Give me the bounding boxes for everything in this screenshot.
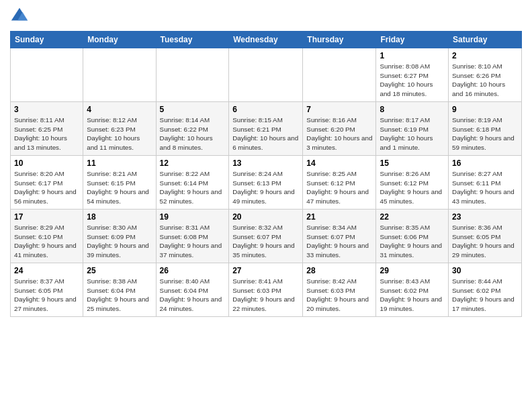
day-info: Sunrise: 8:15 AMSunset: 6:21 PMDaylight:… (232, 116, 299, 152)
day-number: 23 (452, 212, 518, 222)
calendar-cell: 23Sunrise: 8:36 AMSunset: 6:05 PMDayligh… (449, 210, 522, 263)
day-number: 4 (87, 105, 152, 114)
day-number: 18 (87, 212, 152, 222)
day-number: 2 (452, 51, 518, 60)
day-info: Sunrise: 8:11 AMSunset: 6:25 PMDaylight:… (14, 116, 79, 152)
calendar-header-monday: Monday (83, 32, 156, 48)
day-number: 14 (306, 158, 372, 168)
calendar-cell (229, 48, 303, 102)
calendar-cell: 14Sunrise: 8:25 AMSunset: 6:12 PMDayligh… (303, 156, 376, 210)
calendar-cell: 26Sunrise: 8:40 AMSunset: 6:04 PMDayligh… (156, 263, 229, 317)
day-number: 1 (380, 51, 445, 60)
calendar-week-3: 17Sunrise: 8:29 AMSunset: 6:10 PMDayligh… (11, 210, 522, 263)
day-number: 19 (160, 212, 226, 222)
calendar-cell: 12Sunrise: 8:22 AMSunset: 6:14 PMDayligh… (156, 156, 229, 210)
day-info: Sunrise: 8:21 AMSunset: 6:15 PMDaylight:… (87, 169, 152, 206)
day-number: 26 (160, 266, 226, 275)
calendar-cell: 28Sunrise: 8:42 AMSunset: 6:03 PMDayligh… (303, 263, 376, 317)
day-number: 7 (306, 105, 372, 114)
day-info: Sunrise: 8:24 AMSunset: 6:13 PMDaylight:… (232, 169, 299, 206)
calendar-header-friday: Friday (376, 32, 449, 48)
calendar-cell: 5Sunrise: 8:14 AMSunset: 6:22 PMDaylight… (156, 102, 229, 156)
day-info: Sunrise: 8:30 AMSunset: 6:09 PMDaylight:… (87, 223, 152, 260)
day-info: Sunrise: 8:41 AMSunset: 6:03 PMDaylight:… (232, 277, 299, 314)
day-info: Sunrise: 8:32 AMSunset: 6:07 PMDaylight:… (232, 223, 299, 260)
calendar-header-row: SundayMondayTuesdayWednesdayThursdayFrid… (11, 32, 522, 48)
day-number: 24 (14, 266, 79, 275)
calendar-cell (156, 48, 229, 102)
day-info: Sunrise: 8:40 AMSunset: 6:04 PMDaylight:… (160, 277, 226, 314)
calendar-cell: 18Sunrise: 8:30 AMSunset: 6:09 PMDayligh… (83, 210, 156, 263)
day-number: 13 (232, 158, 299, 168)
calendar-cell: 20Sunrise: 8:32 AMSunset: 6:07 PMDayligh… (229, 210, 303, 263)
day-info: Sunrise: 8:12 AMSunset: 6:23 PMDaylight:… (87, 116, 152, 152)
calendar-cell: 7Sunrise: 8:16 AMSunset: 6:20 PMDaylight… (303, 102, 376, 156)
day-number: 20 (232, 212, 299, 222)
calendar-cell: 19Sunrise: 8:31 AMSunset: 6:08 PMDayligh… (156, 210, 229, 263)
calendar-week-1: 3Sunrise: 8:11 AMSunset: 6:25 PMDaylight… (11, 102, 522, 156)
day-info: Sunrise: 8:36 AMSunset: 6:05 PMDaylight:… (452, 223, 518, 260)
day-number: 30 (452, 266, 518, 275)
page-header (10, 7, 522, 26)
calendar-cell: 8Sunrise: 8:17 AMSunset: 6:19 PMDaylight… (376, 102, 449, 156)
calendar-header-tuesday: Tuesday (156, 32, 229, 48)
day-info: Sunrise: 8:27 AMSunset: 6:11 PMDaylight:… (452, 169, 518, 206)
calendar-cell: 27Sunrise: 8:41 AMSunset: 6:03 PMDayligh… (229, 263, 303, 317)
calendar-header-sunday: Sunday (11, 32, 83, 48)
day-info: Sunrise: 8:43 AMSunset: 6:02 PMDaylight:… (380, 277, 445, 314)
day-info: Sunrise: 8:37 AMSunset: 6:05 PMDaylight:… (14, 277, 79, 314)
day-number: 16 (452, 158, 518, 168)
day-info: Sunrise: 8:34 AMSunset: 6:07 PMDaylight:… (306, 223, 372, 260)
day-number: 12 (160, 158, 226, 168)
calendar-cell: 11Sunrise: 8:21 AMSunset: 6:15 PMDayligh… (83, 156, 156, 210)
logo (10, 7, 32, 26)
calendar-cell: 21Sunrise: 8:34 AMSunset: 6:07 PMDayligh… (303, 210, 376, 263)
calendar-header-thursday: Thursday (303, 32, 376, 48)
day-info: Sunrise: 8:22 AMSunset: 6:14 PMDaylight:… (160, 169, 226, 206)
day-info: Sunrise: 8:20 AMSunset: 6:17 PMDaylight:… (14, 169, 79, 206)
calendar-header-wednesday: Wednesday (229, 32, 303, 48)
day-number: 10 (14, 158, 79, 168)
day-info: Sunrise: 8:16 AMSunset: 6:20 PMDaylight:… (306, 116, 372, 152)
day-number: 15 (380, 158, 445, 168)
day-info: Sunrise: 8:31 AMSunset: 6:08 PMDaylight:… (160, 223, 226, 260)
day-number: 17 (14, 212, 79, 222)
day-info: Sunrise: 8:08 AMSunset: 6:27 PMDaylight:… (380, 62, 445, 99)
calendar-cell: 29Sunrise: 8:43 AMSunset: 6:02 PMDayligh… (376, 263, 449, 317)
calendar-cell: 17Sunrise: 8:29 AMSunset: 6:10 PMDayligh… (11, 210, 83, 263)
calendar-cell (303, 48, 376, 102)
calendar-cell: 15Sunrise: 8:26 AMSunset: 6:12 PMDayligh… (376, 156, 449, 210)
calendar-cell: 24Sunrise: 8:37 AMSunset: 6:05 PMDayligh… (11, 263, 83, 317)
day-info: Sunrise: 8:42 AMSunset: 6:03 PMDaylight:… (306, 277, 372, 314)
day-number: 27 (232, 266, 299, 275)
day-info: Sunrise: 8:38 AMSunset: 6:04 PMDaylight:… (87, 277, 152, 314)
day-info: Sunrise: 8:44 AMSunset: 6:02 PMDaylight:… (452, 277, 518, 314)
day-number: 28 (306, 266, 372, 275)
day-number: 6 (232, 105, 299, 114)
logo-icon (10, 7, 29, 26)
calendar-cell (83, 48, 156, 102)
calendar-cell: 1Sunrise: 8:08 AMSunset: 6:27 PMDaylight… (376, 48, 449, 102)
calendar-week-2: 10Sunrise: 8:20 AMSunset: 6:17 PMDayligh… (11, 156, 522, 210)
calendar-cell: 4Sunrise: 8:12 AMSunset: 6:23 PMDaylight… (83, 102, 156, 156)
day-info: Sunrise: 8:14 AMSunset: 6:22 PMDaylight:… (160, 116, 226, 152)
day-info: Sunrise: 8:35 AMSunset: 6:06 PMDaylight:… (380, 223, 445, 260)
calendar-header-saturday: Saturday (449, 32, 522, 48)
calendar-cell: 13Sunrise: 8:24 AMSunset: 6:13 PMDayligh… (229, 156, 303, 210)
day-number: 9 (452, 105, 518, 114)
day-number: 5 (160, 105, 226, 114)
day-info: Sunrise: 8:29 AMSunset: 6:10 PMDaylight:… (14, 223, 79, 260)
day-number: 3 (14, 105, 79, 114)
day-info: Sunrise: 8:19 AMSunset: 6:18 PMDaylight:… (452, 116, 518, 152)
day-number: 11 (87, 158, 152, 168)
day-info: Sunrise: 8:25 AMSunset: 6:12 PMDaylight:… (306, 169, 372, 206)
day-info: Sunrise: 8:10 AMSunset: 6:26 PMDaylight:… (452, 62, 518, 99)
day-number: 25 (87, 266, 152, 275)
calendar-cell (11, 48, 83, 102)
day-info: Sunrise: 8:17 AMSunset: 6:19 PMDaylight:… (380, 116, 445, 152)
page-container: SundayMondayTuesdayWednesdayThursdayFrid… (0, 0, 532, 324)
day-number: 22 (380, 212, 445, 222)
calendar-cell: 6Sunrise: 8:15 AMSunset: 6:21 PMDaylight… (229, 102, 303, 156)
day-info: Sunrise: 8:26 AMSunset: 6:12 PMDaylight:… (380, 169, 445, 206)
calendar-cell: 30Sunrise: 8:44 AMSunset: 6:02 PMDayligh… (449, 263, 522, 317)
